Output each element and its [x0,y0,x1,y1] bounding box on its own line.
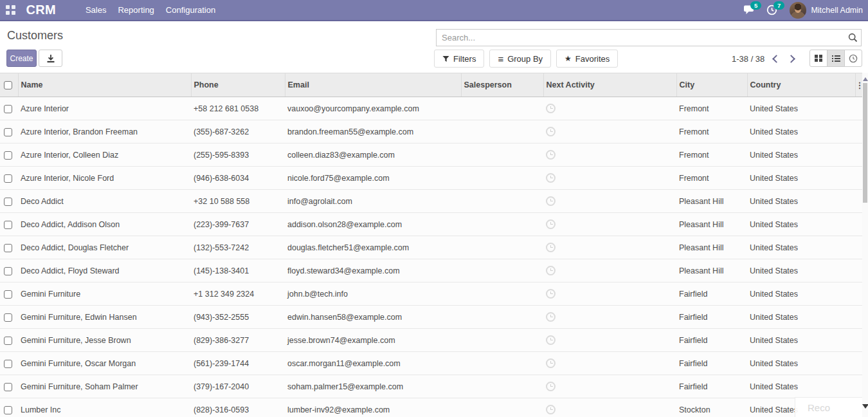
cell-phone[interactable]: +1 312 349 2324 [191,283,285,306]
cell-name[interactable]: Lumber Inc [18,398,191,417]
cell-salesperson[interactable] [461,213,543,236]
col-header-salesperson[interactable]: Salesperson [461,73,543,97]
cell-city[interactable]: Fairfield [676,352,747,375]
cell-country[interactable]: United States [747,375,855,398]
list-view-button[interactable] [827,50,845,67]
cell-salesperson[interactable] [461,167,543,190]
next-activity-clock-icon[interactable] [546,335,556,345]
table-row[interactable]: Gemini Furniture +1 312 349 2324 john.b@… [0,283,863,306]
cell-name[interactable]: Gemini Furniture, Edwin Hansen [18,306,191,329]
col-header-next-activity[interactable]: Next Activity [543,73,676,97]
cell-city[interactable]: Pleasant Hill [676,190,747,213]
cell-email[interactable]: lumber-inv92@example.com [285,398,461,417]
apps-menu-icon[interactable] [6,5,15,15]
menu-sales[interactable]: Sales [80,3,112,17]
cell-salesperson[interactable] [461,144,543,167]
cell-city[interactable]: Pleasant Hill [676,259,747,283]
col-header-email[interactable]: Email [285,73,461,97]
table-row[interactable]: Gemini Furniture, Edwin Hansen (943)-352… [0,306,863,329]
cell-email[interactable]: douglas.fletcher51@example.com [285,236,461,259]
table-row[interactable]: Gemini Furniture, Oscar Morgan (561)-239… [0,352,863,375]
next-activity-clock-icon[interactable] [546,266,556,275]
favorites-button[interactable]: ★ Favorites [556,50,618,68]
cell-email[interactable]: colleen.diaz83@example.com [285,144,461,167]
next-activity-clock-icon[interactable] [546,312,556,322]
cell-phone[interactable]: +58 212 681 0538 [191,97,285,120]
search-input[interactable] [437,33,844,42]
row-checkbox[interactable] [4,198,12,206]
scroll-up-arrow-icon[interactable] [863,75,868,81]
cell-name[interactable]: Deco Addict, Douglas Fletcher [18,236,191,259]
cell-salesperson[interactable] [461,306,543,329]
table-row[interactable]: Azure Interior +58 212 681 0538 vauxoo@y… [0,97,863,120]
cell-salesperson[interactable] [461,398,543,417]
next-activity-clock-icon[interactable] [546,405,556,414]
table-row[interactable]: Azure Interior, Colleen Diaz (255)-595-8… [0,144,863,167]
next-activity-clock-icon[interactable] [546,173,556,183]
cell-city[interactable]: Fremont [676,144,747,167]
cell-email[interactable]: addison.olson28@example.com [285,213,461,236]
next-activity-clock-icon[interactable] [546,150,556,160]
row-checkbox[interactable] [4,128,12,136]
cell-country[interactable]: United States [747,144,855,167]
cell-phone[interactable]: +32 10 588 558 [191,190,285,213]
next-activity-clock-icon[interactable] [546,243,556,252]
export-button[interactable] [39,50,62,67]
row-checkbox[interactable] [4,105,12,113]
cell-country[interactable]: United States [747,167,855,190]
cell-phone[interactable]: (255)-595-8393 [191,144,285,167]
next-activity-clock-icon[interactable] [546,196,556,206]
messages-button[interactable]: 5 [743,5,756,16]
table-row[interactable]: Gemini Furniture, Soham Palmer (379)-167… [0,375,863,398]
create-button[interactable]: Create [6,50,37,67]
scroll-down-arrow-icon[interactable] [862,404,868,412]
cell-email[interactable]: brandon.freeman55@example.com [285,120,461,144]
row-checkbox[interactable] [4,221,12,229]
cell-salesperson[interactable] [461,236,543,259]
table-row[interactable]: Azure Interior, Nicole Ford (946)-638-60… [0,167,863,190]
table-row[interactable]: Azure Interior, Brandon Freeman (355)-68… [0,120,863,144]
cell-name[interactable]: Azure Interior [18,97,191,120]
app-brand[interactable]: CRM [26,3,56,17]
cell-name[interactable]: Deco Addict, Addison Olson [18,213,191,236]
cell-name[interactable]: Deco Addict, Floyd Steward [18,259,191,283]
row-checkbox[interactable] [4,174,12,183]
cell-salesperson[interactable] [461,120,543,144]
cell-country[interactable]: United States [747,352,855,375]
cell-country[interactable]: United States [747,236,855,259]
cell-email[interactable]: floyd.steward34@example.com [285,259,461,283]
cell-city[interactable]: Fremont [676,120,747,144]
cell-email[interactable]: nicole.ford75@example.com [285,167,461,190]
cell-email[interactable]: vauxoo@yourcompany.example.com [285,97,461,120]
next-activity-clock-icon[interactable] [546,104,556,113]
table-row[interactable]: Deco Addict, Douglas Fletcher (132)-553-… [0,236,863,259]
cell-phone[interactable]: (132)-553-7242 [191,236,285,259]
row-checkbox[interactable] [4,337,12,345]
cell-country[interactable]: United States [747,120,855,144]
cell-salesperson[interactable] [461,97,543,120]
next-activity-clock-icon[interactable] [546,127,556,136]
next-activity-clock-icon[interactable] [546,382,556,391]
cell-name[interactable]: Gemini Furniture, Soham Palmer [18,375,191,398]
cell-phone[interactable]: (829)-386-3277 [191,329,285,352]
table-row[interactable]: Deco Addict, Addison Olson (223)-399-763… [0,213,863,236]
next-activity-clock-icon[interactable] [546,219,556,229]
cell-name[interactable]: Gemini Furniture [18,283,191,306]
cell-phone[interactable]: (561)-239-1744 [191,352,285,375]
table-row[interactable]: Gemini Furniture, Jesse Brown (829)-386-… [0,329,863,352]
cell-name[interactable]: Gemini Furniture, Oscar Morgan [18,352,191,375]
table-row[interactable]: Lumber Inc (828)-316-0593 lumber-inv92@e… [0,398,863,417]
cell-phone[interactable]: (355)-687-3262 [191,120,285,144]
cell-country[interactable]: United States [747,306,855,329]
row-checkbox[interactable] [4,267,12,275]
cell-name[interactable]: Azure Interior, Brandon Freeman [18,120,191,144]
cell-name[interactable]: Azure Interior, Colleen Diaz [18,144,191,167]
cell-city[interactable]: Fremont [676,97,747,120]
next-activity-clock-icon[interactable] [546,358,556,368]
activity-view-button[interactable] [844,50,862,67]
cell-salesperson[interactable] [461,375,543,398]
cell-country[interactable]: United States [747,283,855,306]
col-header-phone[interactable]: Phone [191,73,285,97]
cell-salesperson[interactable] [461,329,543,352]
cell-city[interactable]: Stockton [676,398,747,417]
